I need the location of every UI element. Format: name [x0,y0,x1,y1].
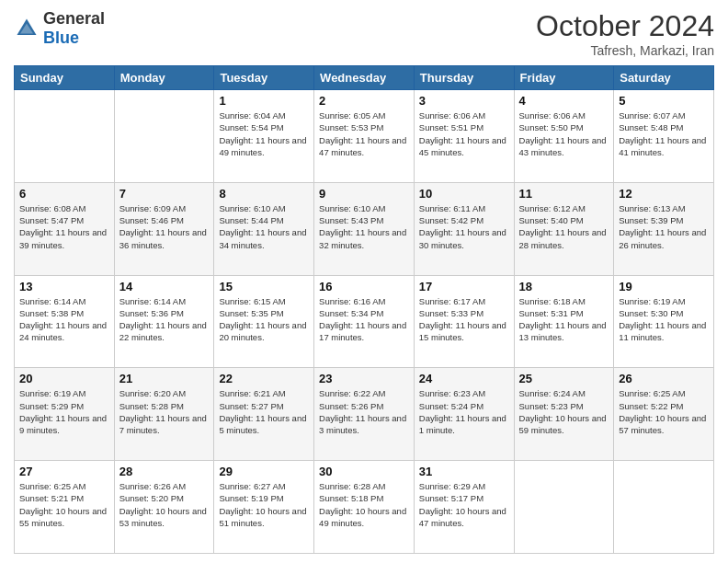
day-number: 13 [19,280,109,293]
header: General Blue October 2024 Tafresh, Marka… [14,9,714,58]
calendar-cell: 25Sunrise: 6:24 AM Sunset: 5:23 PM Dayli… [514,368,614,461]
day-number: 2 [319,94,409,108]
calendar-cell [15,90,115,183]
day-info: Sunrise: 6:19 AM Sunset: 5:29 PM Dayligh… [19,387,109,436]
day-info: Sunrise: 6:04 AM Sunset: 5:54 PM Dayligh… [219,109,309,158]
calendar-header-saturday: Saturday [614,66,714,90]
calendar-cell: 17Sunrise: 6:17 AM Sunset: 5:33 PM Dayli… [414,275,514,368]
day-info: Sunrise: 6:06 AM Sunset: 5:50 PM Dayligh… [519,109,609,158]
calendar-header-monday: Monday [114,66,214,90]
calendar-cell: 24Sunrise: 6:23 AM Sunset: 5:24 PM Dayli… [414,368,514,461]
calendar-location: Tafresh, Markazi, Iran [536,43,714,58]
day-number: 19 [619,280,709,293]
day-number: 27 [19,465,109,478]
calendar-cell: 1Sunrise: 6:04 AM Sunset: 5:54 PM Daylig… [214,90,314,183]
day-info: Sunrise: 6:11 AM Sunset: 5:42 PM Dayligh… [419,202,509,251]
calendar-cell: 19Sunrise: 6:19 AM Sunset: 5:30 PM Dayli… [614,275,714,368]
logo: General Blue [14,9,105,48]
calendar-cell: 13Sunrise: 6:14 AM Sunset: 5:38 PM Dayli… [15,275,115,368]
day-number: 3 [419,94,509,108]
day-number: 18 [519,280,609,293]
calendar-cell: 18Sunrise: 6:18 AM Sunset: 5:31 PM Dayli… [514,275,614,368]
calendar-cell: 31Sunrise: 6:29 AM Sunset: 5:17 PM Dayli… [414,461,514,554]
day-info: Sunrise: 6:24 AM Sunset: 5:23 PM Dayligh… [519,387,609,436]
page: General Blue October 2024 Tafresh, Marka… [0,0,728,563]
day-info: Sunrise: 6:14 AM Sunset: 5:38 PM Dayligh… [19,295,109,344]
day-number: 26 [619,372,709,385]
calendar-cell: 23Sunrise: 6:22 AM Sunset: 5:26 PM Dayli… [314,368,415,461]
calendar-week-3: 13Sunrise: 6:14 AM Sunset: 5:38 PM Dayli… [15,275,714,368]
day-info: Sunrise: 6:14 AM Sunset: 5:36 PM Dayligh… [119,295,210,344]
calendar-cell: 9Sunrise: 6:10 AM Sunset: 5:43 PM Daylig… [314,182,415,275]
day-number: 6 [19,187,109,201]
calendar-week-4: 20Sunrise: 6:19 AM Sunset: 5:29 PM Dayli… [15,368,714,461]
calendar-table: SundayMondayTuesdayWednesdayThursdayFrid… [14,65,714,554]
calendar-cell: 14Sunrise: 6:14 AM Sunset: 5:36 PM Dayli… [114,275,214,368]
calendar-header-row: SundayMondayTuesdayWednesdayThursdayFrid… [15,66,714,90]
day-info: Sunrise: 6:28 AM Sunset: 5:18 PM Dayligh… [319,480,409,529]
day-number: 24 [419,372,509,385]
day-number: 17 [419,280,509,293]
calendar-cell: 29Sunrise: 6:27 AM Sunset: 5:19 PM Dayli… [214,461,314,554]
calendar-cell: 6Sunrise: 6:08 AM Sunset: 5:47 PM Daylig… [15,182,115,275]
day-info: Sunrise: 6:10 AM Sunset: 5:44 PM Dayligh… [219,202,309,251]
day-info: Sunrise: 6:10 AM Sunset: 5:43 PM Dayligh… [319,202,409,251]
day-info: Sunrise: 6:22 AM Sunset: 5:26 PM Dayligh… [319,387,409,436]
day-number: 29 [219,465,309,478]
day-number: 10 [419,187,509,201]
day-info: Sunrise: 6:25 AM Sunset: 5:21 PM Dayligh… [19,480,109,529]
title-block: October 2024 Tafresh, Markazi, Iran [536,9,714,58]
day-info: Sunrise: 6:12 AM Sunset: 5:40 PM Dayligh… [519,202,609,251]
calendar-cell: 20Sunrise: 6:19 AM Sunset: 5:29 PM Dayli… [15,368,115,461]
calendar-cell: 2Sunrise: 6:05 AM Sunset: 5:53 PM Daylig… [314,90,415,183]
day-info: Sunrise: 6:18 AM Sunset: 5:31 PM Dayligh… [519,295,609,344]
calendar-cell: 7Sunrise: 6:09 AM Sunset: 5:46 PM Daylig… [114,182,214,275]
day-number: 12 [619,187,709,201]
day-info: Sunrise: 6:17 AM Sunset: 5:33 PM Dayligh… [419,295,509,344]
calendar-cell [514,461,614,554]
day-number: 1 [219,94,309,108]
day-number: 11 [519,187,609,201]
day-number: 15 [219,280,309,293]
calendar-cell: 10Sunrise: 6:11 AM Sunset: 5:42 PM Dayli… [414,182,514,275]
calendar-header-wednesday: Wednesday [314,66,415,90]
calendar-cell: 27Sunrise: 6:25 AM Sunset: 5:21 PM Dayli… [15,461,115,554]
day-info: Sunrise: 6:15 AM Sunset: 5:35 PM Dayligh… [219,295,309,344]
day-number: 7 [119,187,210,201]
calendar-cell: 12Sunrise: 6:13 AM Sunset: 5:39 PM Dayli… [614,182,714,275]
calendar-cell: 5Sunrise: 6:07 AM Sunset: 5:48 PM Daylig… [614,90,714,183]
calendar-header-sunday: Sunday [15,66,115,90]
day-info: Sunrise: 6:06 AM Sunset: 5:51 PM Dayligh… [419,109,509,158]
day-number: 22 [219,372,309,385]
calendar-cell: 30Sunrise: 6:28 AM Sunset: 5:18 PM Dayli… [314,461,415,554]
calendar-cell: 3Sunrise: 6:06 AM Sunset: 5:51 PM Daylig… [414,90,514,183]
logo-blue: Blue [43,29,79,47]
calendar-week-5: 27Sunrise: 6:25 AM Sunset: 5:21 PM Dayli… [15,461,714,554]
day-info: Sunrise: 6:09 AM Sunset: 5:46 PM Dayligh… [119,202,210,251]
day-info: Sunrise: 6:13 AM Sunset: 5:39 PM Dayligh… [619,202,709,251]
calendar-cell [114,90,214,183]
day-info: Sunrise: 6:25 AM Sunset: 5:22 PM Dayligh… [619,387,709,436]
day-info: Sunrise: 6:07 AM Sunset: 5:48 PM Dayligh… [619,109,709,158]
logo-general: General [43,9,105,28]
day-info: Sunrise: 6:05 AM Sunset: 5:53 PM Dayligh… [319,109,409,158]
day-number: 9 [319,187,409,201]
calendar-header-friday: Friday [514,66,614,90]
day-info: Sunrise: 6:23 AM Sunset: 5:24 PM Dayligh… [419,387,509,436]
calendar-cell: 11Sunrise: 6:12 AM Sunset: 5:40 PM Dayli… [514,182,614,275]
day-number: 30 [319,465,409,478]
calendar-cell: 28Sunrise: 6:26 AM Sunset: 5:20 PM Dayli… [114,461,214,554]
day-number: 21 [119,372,210,385]
day-info: Sunrise: 6:08 AM Sunset: 5:47 PM Dayligh… [19,202,109,251]
day-number: 23 [319,372,409,385]
day-info: Sunrise: 6:19 AM Sunset: 5:30 PM Dayligh… [619,295,709,344]
calendar-header-thursday: Thursday [414,66,514,90]
day-number: 16 [319,280,409,293]
day-number: 4 [519,94,609,108]
calendar-cell: 4Sunrise: 6:06 AM Sunset: 5:50 PM Daylig… [514,90,614,183]
day-number: 31 [419,465,509,478]
day-info: Sunrise: 6:26 AM Sunset: 5:20 PM Dayligh… [119,480,210,529]
calendar-cell: 26Sunrise: 6:25 AM Sunset: 5:22 PM Dayli… [614,368,714,461]
day-number: 28 [119,465,210,478]
calendar-cell: 15Sunrise: 6:15 AM Sunset: 5:35 PM Dayli… [214,275,314,368]
